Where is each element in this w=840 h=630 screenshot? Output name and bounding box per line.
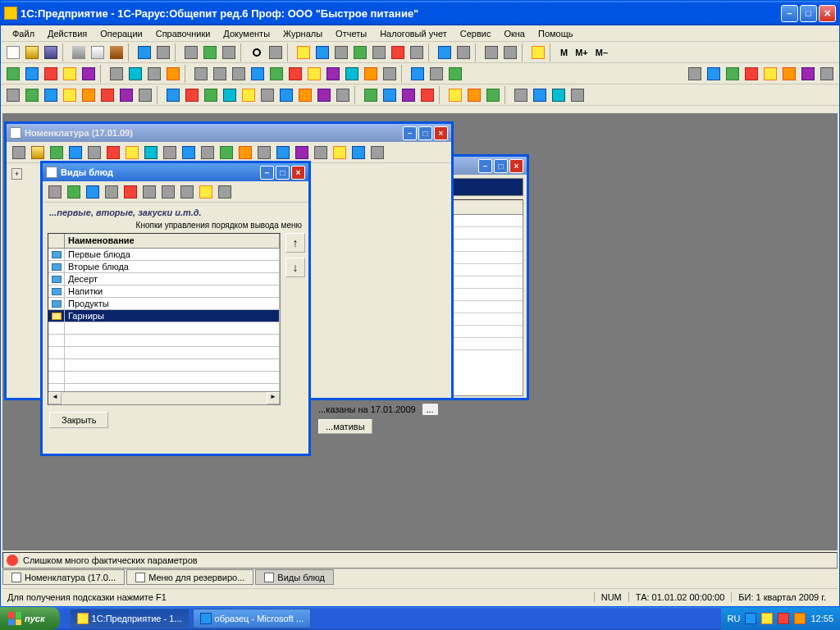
tb2-h[interactable] [145,65,163,83]
tb3-n[interactable] [258,86,276,104]
tb2-b[interactable] [23,65,41,83]
tb2-c[interactable] [42,65,60,83]
tb3-b[interactable] [23,86,41,104]
save-icon[interactable] [42,43,60,62]
tb2-n[interactable] [267,65,285,83]
tb-btn-m[interactable] [408,43,426,62]
menu-tax[interactable]: Налоговый учет [373,27,454,40]
tb-btn-f[interactable] [267,43,285,62]
paste-icon[interactable] [107,43,126,62]
vidy-row-empty[interactable] [48,347,280,359]
tb3-s[interactable] [362,86,380,104]
taskbar-item-word[interactable]: образец - Microsoft ... [193,609,312,628]
vt-e[interactable] [121,183,139,201]
tb-btn-h[interactable] [313,43,331,62]
tb-btn-d[interactable] [201,43,219,62]
tb3-t[interactable] [381,86,399,104]
tb-btn-b[interactable] [154,43,172,62]
tb2-p[interactable] [305,65,323,83]
tree-plus-icon[interactable]: + [11,168,22,180]
tb3-f[interactable] [98,86,116,104]
tb-btn-k[interactable] [370,43,388,62]
nomen-maximize-button[interactable] [418,126,432,140]
tb3-v[interactable] [418,86,436,104]
tray-lang[interactable]: RU [728,614,741,623]
tray-icon[interactable] [761,613,773,624]
tb2-e[interactable] [80,65,98,83]
nt-o[interactable] [274,144,292,162]
tb2-x5[interactable] [761,65,779,83]
vt-h[interactable] [178,183,196,201]
nt-d[interactable] [66,144,84,162]
menu-reports[interactable]: Отчеты [329,27,373,40]
tb3-l[interactable] [221,86,239,104]
tb3-z2[interactable] [531,86,549,104]
tb3-o[interactable] [277,86,295,104]
nt-a[interactable] [10,144,28,162]
menu-windows[interactable]: Окна [497,27,532,40]
tb2-v[interactable] [427,65,445,83]
bg-minimize-button[interactable] [478,159,492,173]
main-maximize-button[interactable] [800,5,817,22]
tb2-x1[interactable] [686,65,704,83]
vidy-row-empty[interactable] [48,359,280,372]
vidy-close-dialog-button[interactable]: Закрыть [49,412,108,428]
tb-btn-a[interactable] [135,43,153,62]
tb2-i[interactable] [164,65,182,83]
m-minus-button[interactable]: М– [592,46,611,59]
m-plus-button[interactable]: М+ [572,46,591,59]
bg-ellipsis-button[interactable]: ... [422,403,439,416]
vidy-titlebar[interactable]: Виды блюд [43,163,308,181]
nt-h[interactable] [142,144,160,162]
scroll-right-icon[interactable]: ► [267,392,280,404]
menu-actions[interactable]: Действия [41,27,94,40]
bg-button[interactable]: ...мативы [318,419,372,434]
menu-documents[interactable]: Документы [217,27,276,40]
vidy-col-name[interactable]: Наименование [65,234,280,248]
vidy-row-empty[interactable] [48,335,280,347]
menu-operations[interactable]: Операции [94,27,148,40]
nt-q[interactable] [312,144,330,162]
nt-e[interactable] [85,144,103,162]
tb3-k[interactable] [202,86,220,104]
tb2-o[interactable] [286,65,304,83]
tray-icon[interactable] [745,613,756,624]
tb3-a[interactable] [4,86,22,104]
nomen-minimize-button[interactable] [403,126,417,140]
tb2-q[interactable] [324,65,342,83]
vidy-row[interactable]: Десерт [48,273,280,285]
vidy-grid[interactable]: Наименование Первые блюдаВторые блюдаДес… [48,233,281,405]
nt-i[interactable] [161,144,179,162]
tb2-w[interactable] [446,65,464,83]
tb3-q[interactable] [315,86,333,104]
tb3-g[interactable] [117,86,135,104]
tb3-m[interactable] [240,86,258,104]
calendar-icon[interactable] [501,43,519,62]
nt-l[interactable] [217,144,235,162]
vidy-row[interactable]: Напитки [48,285,280,298]
nt-whatsthis-icon[interactable] [368,144,386,162]
calc-icon[interactable] [482,43,500,62]
tb3-w[interactable] [446,86,464,104]
vidy-close-button[interactable] [291,166,305,180]
open-icon[interactable] [23,43,41,62]
nt-k[interactable] [199,144,217,162]
main-close-button[interactable] [819,5,836,22]
vidy-row[interactable]: Вторые блюда [48,261,280,273]
vt-b[interactable] [65,183,83,201]
tb-btn-g[interactable] [294,43,313,62]
tb3-d[interactable] [61,86,79,104]
vt-help-icon[interactable] [197,183,215,201]
tb2-k[interactable] [211,65,229,83]
tb-btn-i[interactable] [332,43,350,62]
tb3-x[interactable] [465,86,483,104]
tb-btn-e[interactable] [220,43,238,62]
menu-references[interactable]: Справочники [149,27,217,40]
vidy-row[interactable]: Гарниры [48,310,280,322]
tb3-z3[interactable] [550,86,568,104]
menu-service[interactable]: Сервис [454,27,498,40]
nt-r[interactable] [331,144,349,162]
tb-btn-l[interactable] [389,43,407,62]
tb2-u[interactable] [409,65,427,83]
bg-maximize-button[interactable] [494,159,508,173]
